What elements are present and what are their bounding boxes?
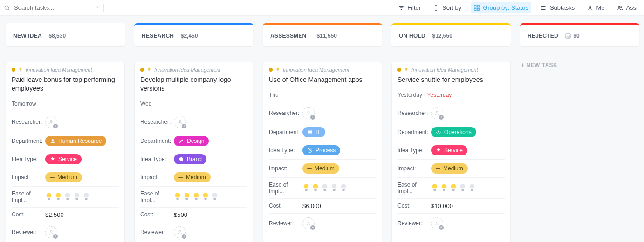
label-department: Department: [397,129,431,135]
card-date[interactable]: Wed [140,101,247,107]
label-reviewer: Reviewer: [140,229,174,235]
card-date[interactable]: Tomorrow [12,101,119,107]
column-header[interactable]: RESEARCH $2,450 [134,23,253,46]
add-user-icon[interactable]: + [302,217,315,229]
subtasks-button[interactable]: Subtasks [538,2,577,13]
column-amount: $2,450 [181,33,198,39]
column-header[interactable]: ON HOLD $12,650 [391,23,511,46]
card-date[interactable]: Thu [269,92,376,98]
column-on-hold: ON HOLD $12,650 Innovation Idea Manageme… [391,23,511,242]
svg-point-25 [436,111,438,113]
person-icon [587,5,593,11]
svg-point-16 [50,230,52,232]
svg-point-12 [618,6,620,7]
label-department: Department: [140,138,174,144]
label-reviewer: Reviewer: [12,229,45,235]
ease-rating[interactable] [45,192,90,202]
impact-badge[interactable]: Medium [431,163,468,174]
card-breadcrumb[interactable]: Innovation Idea Management [140,67,247,73]
card-breadcrumb[interactable]: Innovation Idea Management [397,67,505,73]
label-impact: Impact: [269,165,302,172]
task-card[interactable]: Innovation Idea Management Service shutt… [391,62,511,242]
card-title: Service shuttle for employees [397,75,505,84]
column-header[interactable]: NEW IDEA $8,530 [6,23,125,46]
ease-rating[interactable] [174,192,219,202]
topbar: Filter Sort by Group by: Status Subtasks… [0,0,644,16]
search-input[interactable] [13,4,88,12]
idea-type-badge[interactable]: Process [302,145,340,155]
idea-type-badge[interactable]: Service [45,154,82,164]
label-idea-type: Idea Type: [397,147,431,154]
status-dot-icon [140,68,144,72]
column-title: REJECTED [528,33,558,39]
department-badge[interactable]: Operations [431,127,476,137]
add-user-icon[interactable]: + [431,107,443,119]
bulb-icon [147,67,151,72]
search-container [4,4,104,12]
impact-badge[interactable]: Medium [45,172,82,182]
ease-rating[interactable] [302,183,347,193]
impact-badge[interactable]: Medium [302,163,339,174]
department-badge[interactable]: Design [174,136,209,146]
department-badge[interactable]: IT [302,127,325,137]
add-user-icon[interactable]: + [174,116,186,128]
label-cost: Cost: [397,202,431,209]
card-title: Use of Office Management apps [269,75,376,84]
group-icon [473,5,480,11]
bulb-icon [404,67,409,72]
filter-button[interactable]: Filter [395,2,424,13]
add-user-icon[interactable]: + [431,217,443,229]
add-user-icon[interactable]: + [45,116,57,128]
svg-point-24 [308,222,309,223]
idea-type-badge[interactable]: Service [431,145,467,155]
assignees-button[interactable]: Assi [614,2,640,13]
new-task-button[interactable]: + NEW TASK [520,62,639,68]
column-header[interactable]: ASSESSMENT $11,550 [263,23,382,46]
idea-type-badge[interactable]: Brand [174,154,206,164]
svg-point-0 [5,6,8,9]
card-date[interactable]: Yesterday - Yesterday [397,92,505,98]
card-title: Develop multiple company logo versions [140,75,247,93]
group-by-button[interactable]: Group by: Status [471,2,531,13]
cost-value: $6,000 [302,202,321,209]
task-card[interactable]: Innovation Idea Management Develop multi… [134,62,253,242]
column-title: NEW IDEA [13,33,42,39]
add-user-icon[interactable]: + [45,226,57,238]
sort-label: Sort by [442,4,461,11]
card-breadcrumb[interactable]: Innovation Idea Management [269,67,376,73]
status-dot-icon [12,68,15,72]
add-subtask-button[interactable]: + ADD SUBTASK [263,237,382,242]
column-header[interactable]: REJECTED $0 [520,23,639,46]
task-card[interactable]: Innovation Idea Management Use of Office… [263,62,382,242]
ease-rating[interactable] [431,183,476,193]
cost-value: $500 [174,211,187,218]
svg-point-26 [438,131,439,133]
column-amount: $12,650 [432,33,452,39]
card-breadcrumb[interactable]: Innovation Idea Management [12,67,119,73]
label-researcher: Researcher: [140,119,174,125]
chevron-down-icon[interactable] [95,4,101,11]
status-dot-icon [397,68,401,72]
me-button[interactable]: Me [584,2,607,13]
sort-button[interactable]: Sort by [430,2,464,13]
label-reviewer: Reviewer: [397,220,431,227]
label-idea-type: Idea Type: [12,156,45,162]
impact-badge[interactable]: Medium [174,172,211,182]
task-card[interactable]: Innovation Idea Management Paid leave bo… [6,62,125,242]
add-user-icon[interactable]: + [174,226,186,238]
cost-value: $2,500 [45,211,64,218]
label-idea-type: Idea Type: [140,156,174,162]
subtasks-icon [541,5,547,11]
add-user-icon[interactable]: + [302,107,315,119]
add-subtask-button[interactable]: + ADD SUBTASK [392,237,510,242]
department-badge[interactable]: Human Resource [45,136,106,146]
column-title: RESEARCH [142,33,174,39]
label-impact: Impact: [140,174,174,181]
filter-label: Filter [407,4,421,11]
svg-line-1 [8,9,10,10]
svg-point-15 [52,139,54,141]
svg-point-18 [179,230,181,232]
kanban-board: // small bulb svg builder will be used l… [0,16,644,242]
project-name: Innovation Idea Management [411,67,478,73]
column-new-idea: NEW IDEA $8,530 Innovation Idea Manageme… [6,23,125,242]
